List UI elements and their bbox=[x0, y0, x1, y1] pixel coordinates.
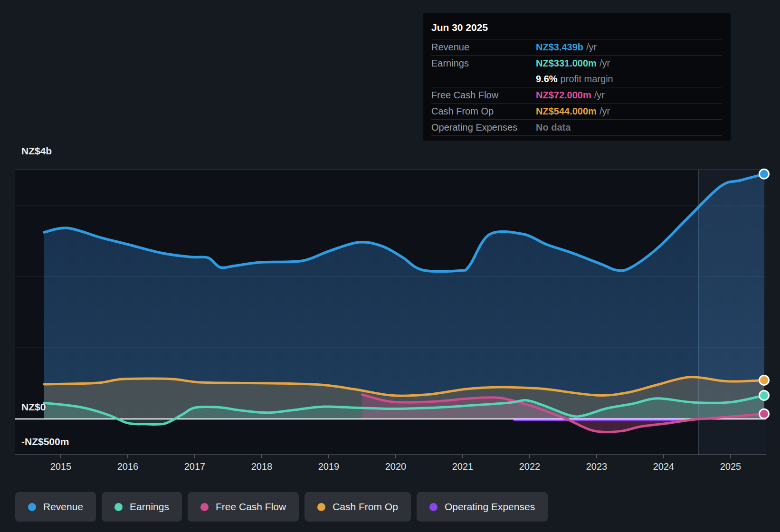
x-tick-label-2022: 2022 bbox=[519, 461, 541, 472]
legend-item-earnings[interactable]: Earnings bbox=[102, 492, 182, 522]
tooltip-row-value: NZ$544.000m bbox=[536, 106, 597, 117]
tooltip-row-profit-margin: 9.6%profit margin bbox=[431, 71, 722, 87]
legend-dot-icon bbox=[28, 503, 36, 511]
end-marker-earnings bbox=[760, 390, 769, 400]
legend-dot-icon bbox=[317, 503, 325, 511]
tooltip-row-label: Revenue bbox=[431, 42, 536, 53]
x-tick-label-2020: 2020 bbox=[385, 461, 407, 472]
x-tick-label-2019: 2019 bbox=[318, 461, 340, 472]
legend-item-label: Operating Expenses bbox=[445, 501, 535, 513]
legend-item-operating-expenses[interactable]: Operating Expenses bbox=[417, 492, 548, 522]
tooltip-row-value: NZ$72.000m bbox=[536, 90, 591, 101]
tooltip-row-value: NZ$3.439b bbox=[536, 42, 583, 53]
chart-legend: RevenueEarningsFree Cash FlowCash From O… bbox=[15, 492, 548, 522]
app-root: 2015201620172018201920202021202220232024… bbox=[0, 0, 780, 532]
legend-dot-icon bbox=[114, 503, 123, 511]
ttm-highlight-band bbox=[698, 170, 766, 455]
end-marker-cash-from-op bbox=[760, 375, 769, 385]
legend-dot-icon bbox=[200, 503, 209, 511]
tooltip-row-operating-expenses: Operating ExpensesNo data bbox=[431, 120, 722, 136]
x-tick-label-2015: 2015 bbox=[50, 461, 72, 472]
x-tick-label-2021: 2021 bbox=[452, 461, 474, 472]
tooltip-row-value: NZ$331.000m bbox=[536, 58, 597, 69]
y-axis-label-nz-0: NZ$0 bbox=[21, 401, 46, 412]
legend-item-revenue[interactable]: Revenue bbox=[15, 492, 96, 522]
legend-item-free-cash-flow[interactable]: Free Cash Flow bbox=[188, 492, 299, 522]
tooltip-row-cash-from-op: Cash From OpNZ$544.000m/yr bbox=[431, 104, 722, 120]
tooltip-row-suffix: /yr bbox=[586, 42, 597, 53]
y-axis-label-nz-4b: NZ$4b bbox=[21, 145, 52, 156]
tooltip-row-suffix: /yr bbox=[599, 58, 610, 69]
tooltip-row-label: Operating Expenses bbox=[431, 122, 536, 133]
tooltip-row-label: Free Cash Flow bbox=[431, 90, 536, 101]
end-marker-free-cash-flow bbox=[760, 409, 769, 418]
legend-item-label: Revenue bbox=[43, 501, 83, 513]
tooltip-row-label: Earnings bbox=[431, 58, 536, 69]
x-tick-label-2023: 2023 bbox=[586, 461, 608, 472]
x-tick-label-2025: 2025 bbox=[720, 461, 742, 472]
x-tick-label-2018: 2018 bbox=[251, 461, 273, 472]
x-tick-label-2016: 2016 bbox=[117, 461, 139, 472]
tooltip-date-title: Jun 30 2025 bbox=[431, 20, 722, 39]
tooltip-row-revenue: RevenueNZ$3.439b/yr bbox=[431, 39, 722, 56]
x-tick-label-2017: 2017 bbox=[184, 461, 206, 472]
tooltip-rows: RevenueNZ$3.439b/yrEarningsNZ$331.000m/y… bbox=[431, 39, 722, 136]
tooltip-row-earnings: EarningsNZ$331.000m/yr bbox=[431, 56, 722, 71]
tooltip-row-value: No data bbox=[536, 122, 571, 133]
tooltip-row-suffix: profit margin bbox=[561, 74, 613, 85]
tooltip-row-suffix: /yr bbox=[594, 90, 605, 101]
legend-item-label: Earnings bbox=[130, 501, 169, 513]
legend-item-label: Cash From Op bbox=[333, 501, 398, 513]
tooltip-row-label: Cash From Op bbox=[431, 106, 536, 117]
x-tick-label-2024: 2024 bbox=[653, 461, 675, 472]
legend-item-cash-from-op[interactable]: Cash From Op bbox=[304, 492, 411, 522]
chart-tooltip: Jun 30 2025 RevenueNZ$3.439b/yrEarningsN… bbox=[423, 13, 731, 141]
tooltip-row-free-cash-flow: Free Cash FlowNZ$72.000m/yr bbox=[431, 87, 722, 104]
tooltip-row-suffix: /yr bbox=[599, 106, 610, 117]
end-marker-revenue bbox=[760, 169, 769, 179]
tooltip-row-value: 9.6% bbox=[536, 74, 558, 85]
legend-item-label: Free Cash Flow bbox=[216, 501, 286, 513]
y-axis-label--nz-500m: -NZ$500m bbox=[21, 436, 69, 447]
legend-dot-icon bbox=[429, 503, 438, 511]
